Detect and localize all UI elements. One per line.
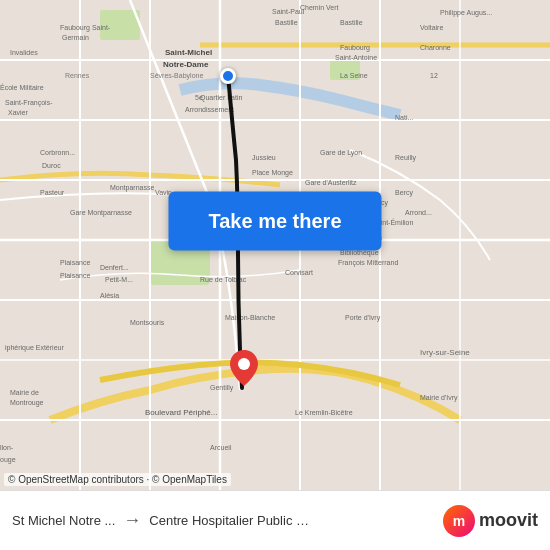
svg-text:Voltaire: Voltaire bbox=[420, 24, 443, 31]
map-attribution: © OpenStreetMap contributors · © OpenMap… bbox=[4, 473, 231, 486]
svg-text:Faubourg Saint-: Faubourg Saint- bbox=[60, 24, 111, 32]
svg-text:Porte d'Ivry: Porte d'Ivry bbox=[345, 314, 381, 322]
svg-text:5e: 5e bbox=[195, 94, 203, 101]
svg-text:Rennes: Rennes bbox=[65, 72, 90, 79]
take-me-there-button[interactable]: Take me there bbox=[168, 191, 381, 250]
svg-text:Arcueil: Arcueil bbox=[210, 444, 232, 451]
svg-text:Notre-Dame: Notre-Dame bbox=[163, 60, 209, 69]
svg-text:Boulevard Périphé...: Boulevard Périphé... bbox=[145, 408, 218, 417]
svg-text:Bibliothèque: Bibliothèque bbox=[340, 249, 379, 257]
svg-text:Corbronn...: Corbronn... bbox=[40, 149, 75, 156]
svg-text:Sèvres-Babylone: Sèvres-Babylone bbox=[150, 72, 203, 80]
route-arrow: → bbox=[123, 510, 141, 531]
svg-text:llon-: llon- bbox=[0, 444, 14, 451]
svg-text:Germain: Germain bbox=[62, 34, 89, 41]
svg-text:ouge: ouge bbox=[0, 456, 16, 464]
svg-text:Saint-François-: Saint-François- bbox=[5, 99, 53, 107]
svg-text:Arrond...: Arrond... bbox=[405, 209, 432, 216]
svg-text:Jussieu: Jussieu bbox=[252, 154, 276, 161]
svg-text:Duroc: Duroc bbox=[42, 162, 61, 169]
svg-text:Xavier: Xavier bbox=[8, 109, 29, 116]
destination-name: Centre Hospitalier Public Fonda... bbox=[149, 513, 309, 528]
svg-text:Chemin Vert: Chemin Vert bbox=[300, 4, 339, 11]
svg-text:Denfert...: Denfert... bbox=[100, 264, 129, 271]
route-info: St Michel Notre ... → Centre Hospitalier… bbox=[12, 510, 443, 531]
svg-text:Mairie d'Ivry: Mairie d'Ivry bbox=[420, 394, 458, 402]
svg-text:Mairie de: Mairie de bbox=[10, 389, 39, 396]
svg-text:Petit-M...: Petit-M... bbox=[105, 276, 133, 283]
svg-text:Ivry-sur-Seine: Ivry-sur-Seine bbox=[420, 348, 470, 357]
svg-text:Alésia: Alésia bbox=[100, 292, 119, 299]
svg-text:La Seine: La Seine bbox=[340, 72, 368, 79]
moovit-icon: m bbox=[443, 505, 475, 537]
svg-text:12: 12 bbox=[430, 72, 438, 79]
moovit-branding: m moovit bbox=[443, 505, 538, 537]
svg-text:Le Kremlin-Bicêtre: Le Kremlin-Bicêtre bbox=[295, 409, 353, 416]
svg-text:Philippe Augus...: Philippe Augus... bbox=[440, 9, 492, 17]
destination-marker bbox=[230, 350, 258, 390]
svg-point-84 bbox=[238, 358, 250, 370]
svg-text:Invalides: Invalides bbox=[10, 49, 38, 56]
footer: St Michel Notre ... → Centre Hospitalier… bbox=[0, 490, 550, 550]
origin-name: St Michel Notre ... bbox=[12, 513, 115, 528]
svg-text:Corvisart: Corvisart bbox=[285, 269, 313, 276]
svg-text:Quartier Latin: Quartier Latin bbox=[200, 94, 243, 102]
svg-text:Bercy: Bercy bbox=[395, 189, 413, 197]
svg-text:École Militaire: École Militaire bbox=[0, 83, 44, 91]
map-container: Invalides Faubourg Saint- Germain École … bbox=[0, 0, 550, 490]
svg-text:Maison-Blanche: Maison-Blanche bbox=[225, 314, 275, 321]
svg-text:Pasteur: Pasteur bbox=[40, 189, 65, 196]
svg-text:iphérique Extérieur: iphérique Extérieur bbox=[5, 344, 64, 352]
moovit-wordmark: moovit bbox=[479, 510, 538, 531]
svg-text:Saint-Antoine: Saint-Antoine bbox=[335, 54, 377, 61]
svg-text:Montrouge: Montrouge bbox=[10, 399, 44, 407]
svg-text:Gare de Lyon: Gare de Lyon bbox=[320, 149, 362, 157]
svg-text:Nati...: Nati... bbox=[395, 114, 413, 121]
svg-text:Plaisance: Plaisance bbox=[60, 259, 90, 266]
svg-text:Arrondissement: Arrondissement bbox=[185, 106, 234, 113]
svg-text:François Mitterrand: François Mitterrand bbox=[338, 259, 398, 267]
svg-text:Place Monge: Place Monge bbox=[252, 169, 293, 177]
svg-text:Rue de Tolbiac: Rue de Tolbiac bbox=[200, 276, 247, 283]
svg-text:Bastille: Bastille bbox=[275, 19, 298, 26]
origin-marker bbox=[220, 68, 236, 84]
moovit-logo: m moovit bbox=[443, 505, 538, 537]
svg-text:Faubourg: Faubourg bbox=[340, 44, 370, 52]
svg-text:Bastille: Bastille bbox=[340, 19, 363, 26]
svg-text:Gare d'Austerlitz: Gare d'Austerlitz bbox=[305, 179, 357, 186]
svg-text:Plaisance: Plaisance bbox=[60, 272, 90, 279]
svg-text:Montsouris: Montsouris bbox=[130, 319, 165, 326]
svg-text:Charonne: Charonne bbox=[420, 44, 451, 51]
svg-text:Montparnasse: Montparnasse bbox=[110, 184, 154, 192]
svg-text:Reuilly: Reuilly bbox=[395, 154, 417, 162]
svg-text:Saint-Michel: Saint-Michel bbox=[165, 48, 212, 57]
svg-text:Gare Montparnasse: Gare Montparnasse bbox=[70, 209, 132, 217]
